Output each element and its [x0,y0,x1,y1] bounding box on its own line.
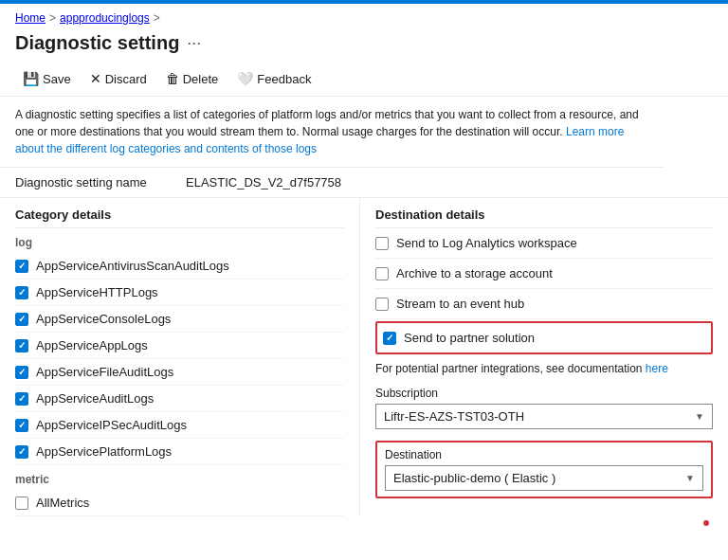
page-title: Diagnostic setting [15,32,179,54]
discard-button[interactable]: ✕ Discard [82,67,155,90]
breadcrumb: Home > appproducinglogs > [0,4,728,28]
log-checkbox-2[interactable] [15,313,28,326]
log-item-4: AppServiceFileAuditLogs [15,359,344,386]
partner-docs-link[interactable]: here [646,362,668,375]
dest-label-1: Archive to a storage account [396,266,553,280]
log-item-2: AppServiceConsoleLogs [15,306,344,333]
metric-checkbox-0[interactable] [15,497,28,510]
delete-button[interactable]: 🗑 Delete [158,67,227,90]
save-button[interactable]: 💾 Save [15,67,79,90]
dest-checkbox-1[interactable] [375,267,389,280]
log-label-6: AppServiceIPSecAuditLogs [36,418,187,432]
dest-partner-highlighted: Send to partner solution [375,321,713,354]
log-label-0: AppServiceAntivirusScanAuditLogs [36,259,229,273]
destination-field-group-highlighted: Destination Elastic-public-demo ( Elasti… [375,441,713,498]
log-checkbox-7[interactable] [15,445,28,459]
log-item-7: AppServicePlatformLogs [15,439,344,465]
category-details-header: Category details [15,198,344,228]
log-item-5: AppServiceAuditLogs [15,386,344,412]
save-icon: 💾 [23,71,39,86]
log-header: log [15,228,344,253]
dest-item-3: Send to partner solution [383,327,705,349]
red-dot-indicator [703,520,709,526]
destination-select[interactable]: Elastic-public-demo ( Elastic ) ▼ [385,465,703,491]
log-item-6: AppServiceIPSecAuditLogs [15,412,344,439]
destination-details-header: Destination details [375,198,713,228]
log-checkbox-5[interactable] [15,392,28,406]
subscription-label: Subscription [375,387,713,400]
log-checkbox-0[interactable] [15,260,28,273]
log-checkbox-6[interactable] [15,419,28,432]
subscription-field-group: Subscription Liftr-ES-AZS-TST03-OTH ▼ [375,381,713,435]
destination-value: Elastic-public-demo ( Elastic ) [393,471,555,485]
log-item-3: AppServiceAppLogs [15,333,344,359]
right-panel: Destination details Send to Log Analytic… [360,198,728,516]
main-content: Category details log AppServiceAntivirus… [0,198,728,516]
partner-info: For potential partner integrations, see … [375,356,713,381]
feedback-button[interactable]: 🤍 Feedback [229,67,318,90]
discard-icon: ✕ [90,71,101,86]
page-title-row: Diagnostic setting ··· [0,28,728,62]
delete-icon: 🗑 [166,71,179,86]
dest-item-0: Send to Log Analytics workspace [375,228,713,259]
bottom-area [0,516,728,545]
breadcrumb-home[interactable]: Home [15,11,46,25]
log-checkbox-1[interactable] [15,286,28,299]
metric-header: metric [15,465,344,490]
log-label-5: AppServiceAuditLogs [36,391,154,406]
dest-label-3: Send to partner solution [404,331,535,345]
setting-name-row: Diagnostic setting name ELASTIC_DS_V2_d7… [0,168,728,198]
log-label-4: AppServiceFileAuditLogs [36,365,173,379]
subscription-value: Liftr-ES-AZS-TST03-OTH [384,409,524,424]
log-label-2: AppServiceConsoleLogs [36,312,171,326]
log-label-1: AppServiceHTTPLogs [36,285,158,299]
setting-name-value: ELASTIC_DS_V2_d7f57758 [186,175,341,190]
log-checkbox-3[interactable] [15,339,28,352]
toolbar: 💾 Save ✕ Discard 🗑 Delete 🤍 Feedback [0,62,728,97]
left-panel: Category details log AppServiceAntivirus… [0,198,360,516]
dest-checkbox-0[interactable] [375,237,389,250]
description: A diagnostic setting specifies a list of… [0,97,664,168]
log-label-3: AppServiceAppLogs [36,338,148,352]
dest-checkbox-3[interactable] [383,332,396,345]
feedback-icon: 🤍 [237,71,253,86]
log-item-1: AppServiceHTTPLogs [15,280,344,306]
setting-name-label: Diagnostic setting name [15,175,186,190]
destination-arrow-icon: ▼ [685,473,695,483]
subscription-arrow-icon: ▼ [695,411,704,422]
breadcrumb-resource[interactable]: appproducinglogs [60,11,150,25]
dest-item-1: Archive to a storage account [375,259,713,289]
dest-checkbox-2[interactable] [375,298,389,311]
breadcrumb-sep1: > [49,11,56,25]
destination-label: Destination [385,448,703,461]
metric-item-0: AllMetrics [15,490,344,516]
breadcrumb-sep2: > [154,11,160,25]
log-item-0: AppServiceAntivirusScanAuditLogs [15,253,344,280]
dest-label-0: Send to Log Analytics workspace [396,236,577,250]
log-checkbox-4[interactable] [15,366,28,379]
dest-item-2: Stream to an event hub [375,289,713,319]
dest-label-2: Stream to an event hub [396,297,524,311]
subscription-select[interactable]: Liftr-ES-AZS-TST03-OTH ▼ [375,404,713,429]
log-label-7: AppServicePlatformLogs [36,444,172,459]
metric-label-0: AllMetrics [36,496,89,510]
more-options-icon[interactable]: ··· [187,33,201,53]
